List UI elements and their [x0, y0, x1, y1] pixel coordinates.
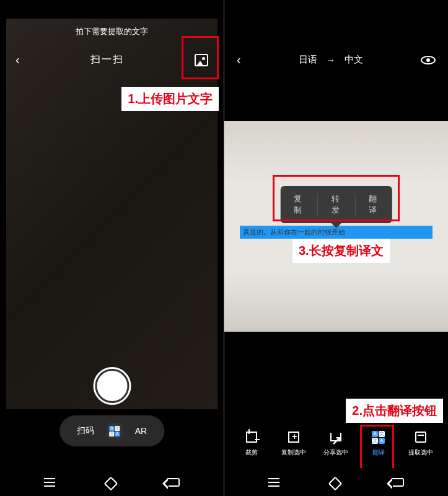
- lang-from: 日语: [299, 54, 317, 66]
- nav-recent-icon[interactable]: [268, 478, 279, 487]
- mode-ar[interactable]: AR: [135, 426, 147, 436]
- nav-home-icon[interactable]: [104, 476, 118, 490]
- shutter-button[interactable]: [95, 369, 129, 403]
- tool-crop[interactable]: 裁剪: [233, 430, 270, 457]
- mode-scan-code[interactable]: 扫码: [77, 425, 94, 436]
- right-phone-screenshot: ‹ 日语 → 中文 真是的。从和你在一起的时候开始 复制 转发 翻译 3.长按复…: [224, 0, 448, 496]
- tool-translate[interactable]: A文 文A 翻译: [360, 430, 397, 457]
- share-icon: [330, 433, 341, 441]
- nav-bar: [224, 468, 448, 496]
- tool-copy-label: 复制选中: [281, 448, 306, 457]
- tool-extract-selected[interactable]: 提取选中: [402, 430, 439, 457]
- mode-translate-icon[interactable]: A文 文A: [107, 423, 123, 439]
- tool-extract-label: 提取选中: [408, 448, 433, 457]
- tool-share-selected[interactable]: 分享选中: [317, 430, 354, 457]
- annotation-highlight-1: [182, 36, 219, 79]
- tool-crop-label: 裁剪: [245, 448, 258, 457]
- crop-icon: [246, 432, 257, 443]
- nav-back-icon[interactable]: [392, 478, 404, 487]
- scan-title: 扫一扫: [90, 53, 124, 66]
- tool-share-label: 分享选中: [323, 448, 348, 457]
- translate-header: ‹ 日语 → 中文: [224, 53, 448, 67]
- mode-selector: 扫码 A文 文A AR: [59, 415, 164, 446]
- copy-plus-icon: [288, 432, 299, 443]
- lang-to: 中文: [345, 54, 363, 66]
- back-icon[interactable]: ‹: [237, 53, 241, 67]
- translate-icon: A文 文A: [372, 431, 385, 444]
- back-icon[interactable]: ‹: [15, 53, 20, 67]
- bottom-toolbar: 裁剪 复制选中 分享选中 A文 文A 翻译 提取选中: [224, 418, 448, 468]
- left-phone-screenshot: 拍下需要提取的文字 ‹ 扫一扫 1.上传图片文字 扫码 A文 文A AR: [0, 0, 224, 496]
- nav-back-icon[interactable]: [167, 478, 180, 487]
- nav-home-icon[interactable]: [328, 476, 343, 490]
- annotation-highlight-3: [273, 175, 400, 221]
- annotation-step1: 1.上传图片文字: [121, 87, 219, 111]
- eye-icon[interactable]: [421, 56, 436, 64]
- language-pair[interactable]: 日语 → 中文: [299, 54, 363, 66]
- nav-recent-icon[interactable]: [44, 478, 55, 487]
- tool-translate-label: 翻译: [372, 448, 385, 457]
- annotation-step3: 3.长按复制译文: [292, 239, 390, 263]
- arrow-right-icon: →: [327, 55, 335, 65]
- nav-bar: [0, 468, 224, 496]
- extract-icon: [415, 432, 426, 443]
- tool-copy-selected[interactable]: 复制选中: [275, 430, 312, 457]
